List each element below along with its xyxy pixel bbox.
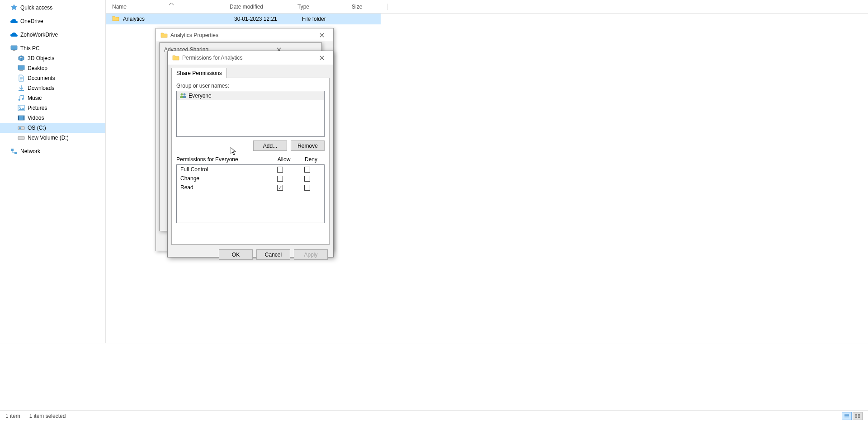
tree-label: New Volume (D:) bbox=[28, 135, 69, 141]
user-everyone[interactable]: Everyone bbox=[177, 91, 324, 100]
view-icons-button[interactable] bbox=[853, 412, 863, 420]
music-icon bbox=[17, 94, 25, 102]
view-details-button[interactable] bbox=[842, 412, 852, 420]
perm-name: Change bbox=[180, 175, 266, 182]
properties-title: Analytics Properties bbox=[170, 32, 315, 38]
tree-label: 3D Objects bbox=[28, 55, 54, 61]
file-name: Analytics bbox=[123, 16, 234, 22]
navigation-tree: Quick access OneDrive ZohoWorkDrive This… bbox=[0, 0, 106, 343]
download-icon bbox=[17, 84, 25, 92]
svg-rect-3 bbox=[19, 70, 23, 71]
svg-point-8 bbox=[19, 107, 21, 108]
tree-label: OS (C:) bbox=[28, 125, 46, 131]
column-size[interactable]: Size bbox=[352, 4, 388, 10]
column-name[interactable]: Name bbox=[112, 4, 230, 10]
permissions-title-bar[interactable]: Permissions for Analytics bbox=[168, 51, 333, 65]
group-users-label: Group or user names: bbox=[176, 83, 325, 89]
tree-downloads[interactable]: Downloads bbox=[0, 83, 105, 93]
tree-desktop[interactable]: Desktop bbox=[0, 63, 105, 73]
close-icon[interactable] bbox=[315, 30, 329, 41]
selected-count: 1 item selected bbox=[29, 413, 66, 419]
ok-button[interactable]: OK bbox=[219, 249, 253, 260]
permissions-title: Permissions for Analytics bbox=[182, 55, 315, 61]
tree-onedrive[interactable]: OneDrive bbox=[0, 16, 105, 26]
svg-rect-11 bbox=[24, 116, 24, 120]
tree-videos[interactable]: Videos bbox=[0, 113, 105, 123]
tree-label: ZohoWorkDrive bbox=[20, 32, 58, 38]
column-date[interactable]: Date modified bbox=[230, 4, 297, 10]
svg-rect-4 bbox=[19, 90, 24, 91]
file-date: 30-01-2023 12:21 bbox=[234, 16, 302, 22]
tree-zohoworkdrive[interactable]: ZohoWorkDrive bbox=[0, 30, 105, 40]
drive-icon bbox=[17, 124, 25, 132]
item-count: 1 item bbox=[5, 413, 20, 419]
svg-rect-1 bbox=[13, 50, 15, 51]
tab-panel: Group or user names: Everyone Add... Rem… bbox=[171, 78, 330, 245]
svg-rect-10 bbox=[18, 116, 19, 120]
allow-checkbox[interactable] bbox=[277, 185, 283, 191]
file-type: File folder bbox=[302, 16, 356, 22]
tree-label: Network bbox=[20, 148, 40, 154]
allow-checkbox[interactable] bbox=[277, 176, 283, 182]
tree-label: Videos bbox=[28, 115, 44, 121]
svg-point-17 bbox=[181, 94, 183, 96]
folder-icon bbox=[112, 15, 120, 23]
tree-label: Pictures bbox=[28, 105, 47, 111]
svg-rect-21 bbox=[855, 416, 857, 418]
tree-documents[interactable]: Documents bbox=[0, 73, 105, 83]
user-name: Everyone bbox=[189, 93, 212, 99]
deny-checkbox[interactable] bbox=[304, 185, 310, 191]
cancel-button[interactable]: Cancel bbox=[256, 249, 290, 260]
file-row[interactable]: Analytics 30-01-2023 12:21 File folder bbox=[106, 14, 381, 24]
tree-label: Documents bbox=[28, 75, 55, 81]
svg-rect-0 bbox=[11, 46, 17, 50]
svg-rect-20 bbox=[858, 414, 860, 416]
deny-checkbox[interactable] bbox=[304, 176, 310, 182]
close-icon[interactable] bbox=[315, 52, 329, 63]
tree-label: Downloads bbox=[28, 85, 54, 91]
document-icon bbox=[17, 74, 25, 82]
add-button[interactable]: Add... bbox=[253, 140, 287, 151]
properties-title-bar[interactable]: Analytics Properties bbox=[156, 28, 333, 42]
apply-button[interactable]: Apply bbox=[294, 249, 328, 260]
perm-row-full-control: Full Control bbox=[177, 165, 324, 174]
permissions-dialog: Permissions for Analytics Share Permissi… bbox=[167, 51, 334, 257]
tree-pictures[interactable]: Pictures bbox=[0, 103, 105, 113]
tree-3d-objects[interactable]: 3D Objects bbox=[0, 53, 105, 63]
svg-rect-19 bbox=[855, 414, 857, 416]
perm-row-read: Read bbox=[177, 183, 324, 192]
svg-point-6 bbox=[22, 98, 24, 100]
perm-row-change: Change bbox=[177, 174, 324, 183]
svg-rect-15 bbox=[11, 149, 14, 151]
column-type[interactable]: Type bbox=[297, 4, 352, 10]
tree-network[interactable]: Network bbox=[0, 146, 105, 156]
allow-header: Allow bbox=[270, 156, 297, 163]
svg-rect-9 bbox=[18, 116, 24, 120]
svg-rect-14 bbox=[18, 136, 24, 140]
svg-rect-2 bbox=[18, 65, 24, 70]
folder-icon bbox=[172, 54, 179, 61]
group-icon bbox=[179, 93, 187, 99]
share-permissions-tab[interactable]: Share Permissions bbox=[171, 68, 227, 78]
allow-checkbox[interactable] bbox=[277, 167, 283, 173]
tree-label: Quick access bbox=[20, 5, 52, 11]
deny-checkbox[interactable] bbox=[304, 167, 310, 173]
tree-quick-access[interactable]: Quick access bbox=[0, 3, 105, 13]
svg-point-5 bbox=[19, 99, 20, 101]
tree-drive-d[interactable]: New Volume (D:) bbox=[0, 133, 105, 143]
drive-icon bbox=[17, 134, 25, 142]
column-headers: Name Date modified Type Size bbox=[106, 0, 868, 14]
tree-label: Desktop bbox=[28, 65, 47, 71]
tree-drive-c[interactable]: OS (C:) bbox=[0, 123, 105, 133]
tree-music[interactable]: Music bbox=[0, 93, 105, 103]
remove-button[interactable]: Remove bbox=[291, 140, 325, 151]
folder-icon bbox=[160, 32, 168, 39]
pc-icon bbox=[10, 44, 18, 52]
cube-icon bbox=[17, 54, 25, 62]
users-listbox[interactable]: Everyone bbox=[176, 91, 325, 137]
star-icon bbox=[10, 4, 18, 12]
tree-this-pc[interactable]: This PC bbox=[0, 43, 105, 53]
tree-label: This PC bbox=[20, 45, 40, 51]
cloud-icon bbox=[10, 31, 18, 39]
permissions-for-label: Permissions for Everyone bbox=[176, 156, 270, 163]
